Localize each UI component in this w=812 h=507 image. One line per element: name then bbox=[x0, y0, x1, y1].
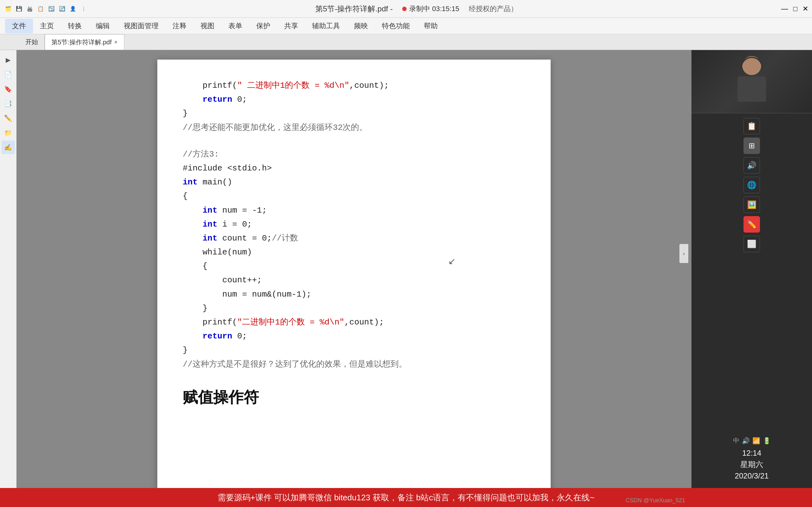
close-button[interactable]: ✕ bbox=[803, 5, 808, 13]
tab-label: 第5节:操作符详解.pdf bbox=[51, 38, 112, 47]
rec-dot bbox=[402, 7, 407, 11]
pdf-page: printf(" 二进制中1的个数 = %d\n",count); return… bbox=[157, 60, 551, 488]
section-heading: 赋值操作符 bbox=[183, 387, 525, 407]
code-line-brace1: } bbox=[183, 107, 525, 120]
collapse-panel-arrow[interactable]: › bbox=[679, 244, 688, 263]
right-panel: 📋 ⊞ 🔊 🌐 🖼️ ✏️ ⬜ 中 🔊 📶 🔋 12:14 星期六 bbox=[692, 50, 812, 488]
menu-bar: 文件 主页 转换 编辑 视图面管理 注释 视图 表单 保护 共享 辅助工具 频映… bbox=[0, 18, 812, 34]
menu-special[interactable]: 特色功能 bbox=[375, 19, 417, 33]
tb-icon-2[interactable]: 💾 bbox=[14, 4, 23, 13]
tb-icon-8[interactable]: ⋮ bbox=[79, 4, 88, 13]
tb-icon-5[interactable]: ↩️ bbox=[47, 4, 56, 13]
tb-icon-4[interactable]: 📋 bbox=[36, 4, 45, 13]
rt-icon-3[interactable]: 🔊 bbox=[744, 157, 760, 174]
menu-view[interactable]: 视图 bbox=[194, 19, 221, 33]
sidebar-sign-icon[interactable]: ✍️ bbox=[2, 141, 15, 154]
code-return2: return 0; bbox=[183, 329, 525, 343]
rt-icon-6[interactable]: ⬜ bbox=[744, 236, 760, 252]
person-body bbox=[738, 76, 766, 102]
tray-icon-lang: 中 bbox=[733, 436, 740, 445]
status-bar: 需要源码+课件 可以加腾哥微信 bitedu123 获取，备注 b站c语言，有不… bbox=[0, 488, 812, 507]
code-line-printf1: printf(" 二进制中1的个数 = %d\n",count); bbox=[183, 78, 525, 93]
rt-icon-1[interactable]: 📋 bbox=[744, 118, 760, 134]
tb-icon-7[interactable]: 👤 bbox=[68, 4, 78, 13]
tb-icon-3[interactable]: 🖨️ bbox=[26, 4, 34, 13]
code-block-method3: //方法3: #include <stdio.h> int main() { i… bbox=[183, 147, 525, 372]
menu-form[interactable]: 表单 bbox=[221, 19, 249, 33]
code-var-count: int count = 0;//计数 bbox=[183, 231, 525, 245]
menu-convert[interactable]: 转换 bbox=[61, 19, 89, 33]
code-line-return1: return 0; bbox=[183, 93, 525, 107]
pdf-viewer[interactable]: printf(" 二进制中1的个数 = %d\n",count); return… bbox=[16, 50, 692, 488]
menu-home[interactable]: 主页 bbox=[33, 19, 61, 33]
sidebar-expand-icon[interactable]: ▶ bbox=[2, 53, 15, 66]
code-while: while(num) bbox=[183, 245, 525, 259]
sidebar-bookmark-icon[interactable]: 🔖 bbox=[2, 82, 15, 96]
clock-time: 12:14 bbox=[735, 447, 769, 459]
tb-icon-1[interactable]: 🗂️ bbox=[4, 4, 13, 13]
code-open-brace2: { bbox=[183, 259, 525, 273]
status-text: 需要源码+课件 可以加腾哥微信 bitedu123 获取，备注 b站c语言，有不… bbox=[217, 492, 595, 503]
menu-annotation[interactable]: 注释 bbox=[165, 19, 194, 33]
tab-close-button[interactable]: × bbox=[114, 39, 118, 45]
headset-icon bbox=[741, 57, 763, 69]
code-include: #include <stdio.h> bbox=[183, 161, 525, 175]
code-close-brace2: } bbox=[183, 301, 525, 315]
webcam-placeholder bbox=[692, 50, 812, 113]
title-bar: 🗂️ 💾 🖨️ 📋 ↩️ ↪️ 👤 ⋮ 第5节-操作符详解.pdf - 录制中 … bbox=[0, 0, 812, 18]
watermark: CSDN @YueXuan_521 bbox=[626, 497, 685, 504]
sidebar-layers-icon[interactable]: 📑 bbox=[2, 97, 15, 110]
recording-indicator: 录制中 03:15:15 bbox=[402, 4, 459, 14]
clock-day: 星期六 bbox=[735, 459, 769, 470]
main-layout: ▶ 📄 🔖 📑 ✏️ 📁 ✍️ printf(" 二进制中1的个数 = %d\n… bbox=[0, 50, 812, 488]
sidebar-page-icon[interactable]: 📄 bbox=[2, 68, 15, 81]
rt-icon-cursor[interactable]: ✏️ bbox=[744, 216, 760, 233]
code-var-i: int i = 0; bbox=[183, 217, 525, 231]
menu-edit[interactable]: 编辑 bbox=[89, 19, 117, 33]
person-silhouette bbox=[733, 56, 771, 107]
tray-icon-volume[interactable]: 🔊 bbox=[742, 437, 750, 445]
tray-icon-battery: 🔋 bbox=[763, 437, 771, 445]
code-comment-method3: //方法3: bbox=[183, 147, 525, 161]
menu-help[interactable]: 帮助 bbox=[417, 19, 445, 33]
file-name: 第5节-操作符详解.pdf - bbox=[315, 4, 393, 14]
code-var-num: int num = -1; bbox=[183, 204, 525, 217]
section-divider-1 bbox=[183, 135, 525, 147]
tab-start[interactable]: 开始 bbox=[19, 34, 45, 50]
rt-icon-5[interactable]: 🖼️ bbox=[744, 196, 760, 213]
sidebar-folder-icon[interactable]: 📁 bbox=[2, 126, 15, 139]
product-label: 经授权的产品） bbox=[469, 4, 518, 14]
clock-date: 2020/3/21 bbox=[735, 470, 769, 482]
code-main-func: int main() bbox=[183, 175, 525, 189]
tab-active-pdf[interactable]: 第5节:操作符详解.pdf × bbox=[45, 34, 124, 50]
rt-icon-4[interactable]: 🌐 bbox=[744, 177, 760, 193]
menu-protect[interactable]: 保护 bbox=[249, 19, 277, 33]
maximize-button[interactable]: □ bbox=[793, 5, 798, 13]
cursor-annotation: ↙ bbox=[448, 256, 455, 267]
code-num-expr: num = num&(num-1); bbox=[183, 287, 525, 301]
menu-tools[interactable]: 辅助工具 bbox=[305, 19, 347, 33]
code-comment-end: //这种方式是不是很好？达到了优化的效果，但是难以想到。 bbox=[183, 357, 525, 372]
window-controls[interactable]: 🗂️ 💾 🖨️ 📋 ↩️ ↪️ 👤 ⋮ bbox=[4, 4, 88, 13]
code-close-brace3: } bbox=[183, 343, 525, 357]
webcam-view bbox=[692, 50, 812, 113]
code-count-pp: count++; bbox=[183, 273, 525, 287]
right-toolbar: 📋 ⊞ 🔊 🌐 🖼️ ✏️ ⬜ 中 🔊 📶 🔋 12:14 星期六 bbox=[692, 113, 812, 488]
tb-icon-6[interactable]: ↪️ bbox=[58, 4, 67, 13]
title-center: 第5节-操作符详解.pdf - 录制中 03:15:15 经授权的产品） bbox=[91, 4, 742, 14]
menu-present[interactable]: 频映 bbox=[347, 19, 375, 33]
menu-file[interactable]: 文件 bbox=[5, 19, 33, 33]
code-open-brace: { bbox=[183, 189, 525, 203]
window-buttons[interactable]: — □ ✕ bbox=[745, 5, 808, 13]
left-sidebar: ▶ 📄 🔖 📑 ✏️ 📁 ✍️ bbox=[0, 50, 16, 488]
rt-icon-2[interactable]: ⊞ bbox=[744, 137, 760, 154]
code-block-top: printf(" 二进制中1的个数 = %d\n",count); return… bbox=[183, 78, 525, 135]
system-tray-area: 中 🔊 📶 🔋 12:14 星期六 2020/3/21 bbox=[730, 434, 773, 484]
tray-icon-wifi[interactable]: 📶 bbox=[752, 437, 760, 445]
menu-viewmanage[interactable]: 视图面管理 bbox=[117, 19, 165, 33]
time-display: 12:14 星期六 2020/3/21 bbox=[735, 447, 769, 482]
menu-share[interactable]: 共享 bbox=[277, 19, 305, 33]
tray-row-1: 中 🔊 📶 🔋 bbox=[733, 436, 771, 445]
sidebar-annot-icon[interactable]: ✏️ bbox=[2, 112, 15, 125]
minimize-button[interactable]: — bbox=[781, 5, 788, 13]
